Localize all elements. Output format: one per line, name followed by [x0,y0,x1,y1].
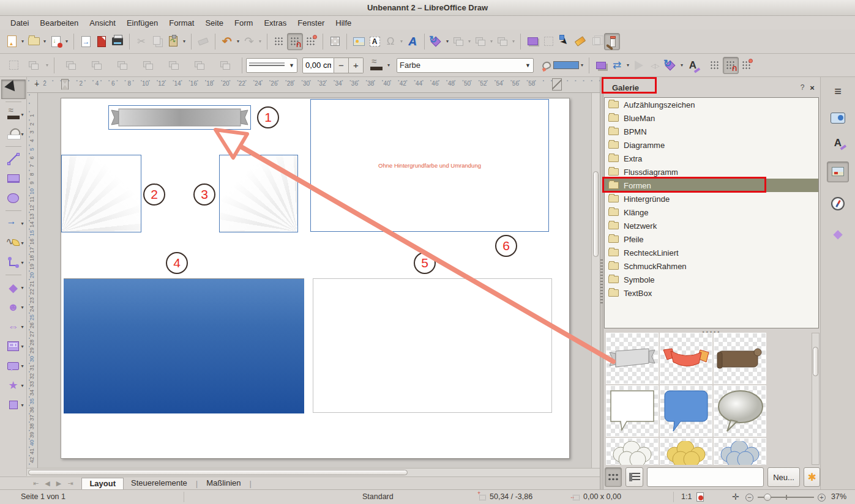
send-to-back-button[interactable] [135,57,161,74]
splitter-grip[interactable] [600,259,603,303]
folder-formen-selected[interactable]: Formen [605,179,818,192]
gallery-extensions-icon[interactable] [804,467,820,487]
sidebar-navigator-icon[interactable] [831,197,845,210]
thumb-cloud-white[interactable] [606,438,659,465]
3d-objects-button[interactable] [588,33,604,50]
save-dropdown[interactable] [64,33,70,50]
export-pdf-button[interactable] [94,33,110,50]
horizontal-ruler[interactable]: + 22468101214161820222426283032343638404… [27,77,600,93]
rotate-dropdown[interactable] [679,57,685,74]
folder-netzwerk[interactable]: Netzwerk [605,219,818,232]
shadow-button[interactable] [593,57,609,74]
menu-ansicht[interactable]: Ansicht [84,17,121,29]
fill-color-can[interactable] [540,57,553,74]
folder-diagramme[interactable]: Diagramme [605,138,818,152]
select-tool[interactable] [1,80,26,99]
folder-aufzaehlungszeichen[interactable]: Aufzählungszeichen [605,98,818,111]
line-style-tool[interactable] [1,105,26,124]
send-backward-button[interactable] [110,57,135,74]
reverse-button[interactable] [212,57,238,74]
display-grid-button-2[interactable] [707,57,723,74]
callouts-tool[interactable] [1,356,26,376]
folder-flussdiagramm[interactable]: Flussdiagramm [605,165,818,179]
dropdown[interactable] [20,357,26,374]
glue-points-button[interactable] [572,33,588,50]
fill-color-dropdown[interactable] [579,57,585,74]
status-zoom-percent[interactable]: 37% [831,492,846,501]
sidebar-shapes-icon[interactable] [833,226,842,241]
detail-view-button[interactable] [625,467,643,487]
menu-seite[interactable]: Seite [200,17,229,29]
align-objects-button[interactable] [450,33,466,50]
transform-button[interactable] [4,57,23,74]
sidebar-menu-icon[interactable] [834,84,842,98]
align-dropdown[interactable] [44,57,50,74]
fill-style-select[interactable]: Farbe [397,58,534,73]
scrollbar-thumb[interactable] [28,470,408,475]
folder-blueman[interactable]: BlueMan [605,111,818,125]
dropdown[interactable] [20,338,26,355]
menu-fenster[interactable]: Fenster [292,17,330,29]
sidebar-properties-icon[interactable] [831,113,845,124]
dropdown[interactable] [20,279,26,296]
fontwork-character-button[interactable]: A [685,57,701,74]
tab-masslinien[interactable]: Maßlinien [199,478,248,489]
lines-and-arrows-tool[interactable] [1,213,26,233]
canvas-vertical-scrollbar[interactable] [591,93,600,468]
vertical-ruler[interactable]: 1234567891011121314151617181920212223242… [27,93,38,468]
transformations-dropdown[interactable] [444,33,450,50]
folder-klaenge[interactable]: Klänge [605,206,818,219]
special-character-dropdown[interactable] [398,33,405,50]
square-fade-bottom-left[interactable] [61,155,141,232]
line-width-decrease-button[interactable]: − [334,57,349,73]
behind-object-button[interactable] [187,57,212,74]
blue-gradient-rectangle[interactable] [64,278,304,413]
dropdown[interactable] [20,125,26,143]
perspective-button[interactable] [631,57,647,74]
curves-polygons-tool[interactable] [1,233,26,253]
dropdown[interactable] [20,234,26,251]
fontwork-button[interactable]: A [405,33,420,50]
connectors-tool[interactable] [1,253,26,272]
sidebar-gallery-tab-active[interactable] [827,161,849,182]
align-button[interactable] [23,57,44,74]
dropdown[interactable] [20,396,26,413]
new-theme-button[interactable]: Neu... [767,467,800,487]
thumb-cloud-blue[interactable] [714,438,766,465]
menu-einfuegen[interactable]: Einfügen [121,17,163,29]
bring-to-front-button[interactable] [58,57,84,74]
panel-close-button[interactable]: × [807,83,818,92]
thumb-cloud-yellow[interactable] [660,438,712,465]
snap-to-grid-button-2[interactable] [723,57,739,74]
dropdown[interactable] [20,298,26,316]
thumb-ribbon-red[interactable] [660,333,712,384]
folder-pfeile[interactable]: Pfeile [605,232,818,246]
basic-shapes-tool[interactable] [1,278,26,297]
snap-to-grid-button[interactable] [287,33,303,50]
distribute-dropdown[interactable] [510,33,517,50]
distribute-button[interactable] [495,33,510,50]
edit-points-button[interactable] [556,33,572,50]
panel-help-button[interactable]: ? [798,83,807,92]
paste-button[interactable] [165,33,181,50]
canvas-horizontal-scrollbar[interactable] [27,468,600,476]
open-dropdown[interactable] [42,33,48,50]
dropdown[interactable] [20,318,26,335]
tab-layout[interactable]: Layout [81,478,124,489]
display-grid-button[interactable] [271,33,287,50]
dropdown[interactable] [20,106,26,123]
thumb-callout-round-blue[interactable] [660,385,712,437]
snap-guides-button[interactable] [303,33,319,50]
new-document-dropdown[interactable] [20,33,26,50]
ellipse-tool[interactable] [1,188,26,208]
line-style-select[interactable] [246,58,297,73]
redo-dropdown[interactable] [257,33,263,50]
menu-bearbeiten[interactable]: Bearbeiten [34,17,84,29]
gallery-search-input[interactable] [647,467,764,487]
folder-schmuckrahmen[interactable]: SchmuckRahmen [605,259,818,273]
status-scale[interactable]: 1:1 [681,492,692,501]
folder-hintergruende[interactable]: Hintergründe [605,192,818,206]
textbox-no-background[interactable]: Ohne Hintergrundfarbe und Umrandung [310,99,549,232]
shape-button[interactable] [525,33,540,50]
flowchart-tool[interactable] [1,336,26,356]
